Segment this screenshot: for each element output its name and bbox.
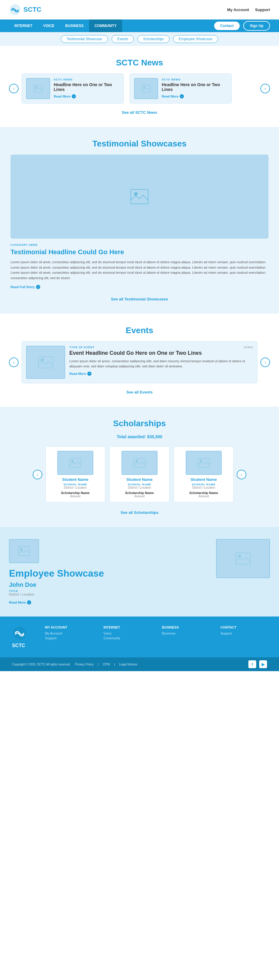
my-account-link[interactable]: My Account	[227, 8, 249, 12]
facebook-icon[interactable]: f	[248, 660, 256, 668]
scholarship-card-1: Student Name SCHOOL NAME District / Loca…	[45, 446, 105, 503]
logo-text: SCTC	[24, 6, 41, 14]
footer-link-voice[interactable]: Voice	[103, 632, 150, 635]
news-card-1: SCTC NEWS Headline Here on One or Two Li…	[22, 73, 124, 103]
see-all-scholarships-link[interactable]: See all Scholarships	[120, 510, 159, 515]
scholarship-school-1: SCHOOL NAME	[50, 483, 101, 486]
scholarship-name-1: Scholarship Name	[50, 491, 101, 495]
scholarship-image-3	[186, 451, 222, 475]
footer-link-business[interactable]: Business	[162, 632, 209, 635]
subnav-events[interactable]: Events	[112, 35, 134, 43]
footer-link-support-2[interactable]: Support	[220, 632, 267, 635]
svg-point-14	[200, 460, 202, 462]
top-header: SCTC My Account Support	[0, 0, 279, 19]
event-image	[26, 346, 65, 379]
see-all-scholarships: See all Scholarships	[9, 510, 270, 515]
footer-link-community[interactable]: Community	[103, 636, 150, 640]
youtube-icon[interactable]: ▶	[259, 660, 267, 668]
event-type: TYPE OF EVENT	[69, 346, 95, 349]
see-all-events-link[interactable]: See all Events	[126, 390, 152, 395]
testimonial-read-more[interactable]: Read Full Story ›	[11, 285, 268, 289]
footer-privacy-link[interactable]: Privacy Policy	[75, 663, 94, 666]
footer-legal-link[interactable]: Legal Notices	[119, 663, 137, 666]
svg-rect-7	[38, 356, 53, 368]
total-awarded: Total awarded: $35,500	[9, 434, 270, 439]
see-all-testimonials-link[interactable]: See all Testimonial Showcases	[111, 297, 168, 301]
scholarships-prev-arrow[interactable]: ‹	[33, 470, 42, 479]
arrow-icon-2: ›	[180, 94, 184, 99]
event-date: 6/19/23	[244, 346, 253, 349]
svg-point-6	[134, 192, 138, 196]
footer-link-support-1[interactable]: Support	[45, 636, 92, 640]
employee-showcase-section: Employee Showcase John Doe TITLE Distric…	[0, 527, 279, 617]
employee-right	[216, 539, 270, 578]
news-card-2: SCTC NEWS Headline Here on One or Two Li…	[130, 73, 231, 103]
testimonials-section: Testimonial Showcases CATEGORY HERE Test…	[0, 127, 279, 313]
footer-copyright-area: Copyright © 2025, SCTC All rights reserv…	[12, 663, 137, 666]
testimonial-image-icon	[130, 189, 149, 204]
news-next-arrow[interactable]: ›	[260, 84, 270, 93]
news-card-1-label: SCTC NEWS	[54, 78, 119, 81]
main-nav-right: Contact Sign Up	[214, 21, 270, 30]
see-all-news-link[interactable]: See all SCTC News	[122, 110, 157, 115]
scholarship-image-1	[57, 451, 93, 475]
footer-col-contact: CONTACT Support	[220, 625, 267, 636]
event-arrow-icon: ›	[87, 372, 92, 376]
sctc-logo-icon	[9, 3, 21, 16]
scholarship-school-3: SCHOOL NAME	[178, 483, 229, 486]
footer-logo: SCTC	[12, 625, 27, 648]
scholarship-image-2	[122, 451, 157, 475]
events-next-arrow[interactable]: ›	[260, 358, 270, 367]
svg-point-12	[136, 460, 138, 462]
news-card-2-read-more[interactable]: Read More ›	[162, 94, 227, 99]
scholarship-district-3: District / Location	[178, 486, 229, 489]
scholarship-name-2: Scholarship Name	[114, 491, 165, 495]
footer-cpni-link[interactable]: CPNI	[103, 663, 110, 666]
news-card-1-headline: Headline Here on One or Two Lines	[54, 82, 119, 92]
svg-rect-17	[236, 553, 250, 564]
events-card-container: TYPE OF EVENT 6/19/23 Event Headline Cou…	[22, 341, 257, 383]
events-prev-arrow[interactable]: ‹	[9, 358, 19, 367]
news-card-1-read-more[interactable]: Read More ›	[54, 94, 119, 99]
event-card-content: TYPE OF EVENT 6/19/23 Event Headline Cou…	[69, 346, 253, 376]
testimonial-arrow-icon: ›	[36, 285, 40, 289]
scholarships-carousel: ‹ Student Name SCHOOL NAME District / Lo…	[9, 446, 270, 503]
nav-internet[interactable]: Internet	[9, 19, 38, 32]
event-top-row: TYPE OF EVENT 6/19/23	[69, 346, 253, 349]
employee-main-image	[9, 539, 39, 563]
news-card-2-label: SCTC NEWS	[162, 78, 227, 81]
news-prev-arrow[interactable]: ‹	[9, 84, 19, 93]
employee-name: John Doe	[9, 581, 204, 588]
contact-button[interactable]: Contact	[214, 21, 240, 30]
scholarship-image-icon-1	[69, 458, 81, 468]
employee-read-more[interactable]: Read More ›	[9, 600, 204, 605]
image-icon-2	[142, 85, 151, 92]
scholarship-school-2: SCHOOL NAME	[114, 483, 165, 486]
employee-section-title: Employee Showcase	[9, 568, 204, 579]
subnav-scholarships[interactable]: Scholarships	[137, 35, 170, 43]
event-read-more[interactable]: Read More ›	[69, 372, 253, 376]
news-card-2-headline: Headline Here on One or Two Lines	[162, 82, 227, 92]
subnav-employee[interactable]: Employee Showcase	[173, 35, 218, 43]
footer-divider-2: |	[114, 663, 115, 666]
scholarship-amount-3: Amount	[178, 495, 229, 498]
footer-logo-text: SCTC	[12, 643, 27, 648]
nav-community[interactable]: Community	[89, 19, 122, 32]
signup-button[interactable]: Sign Up	[243, 21, 270, 30]
scholarships-next-arrow[interactable]: ›	[237, 470, 246, 479]
svg-rect-5	[131, 189, 148, 204]
footer-col-heading-3: BUSINESS	[162, 625, 209, 629]
news-card-1-content: SCTC NEWS Headline Here on One or Two Li…	[54, 78, 119, 99]
footer-link-my-account[interactable]: My Account	[45, 632, 92, 635]
support-link[interactable]: Support	[255, 8, 270, 12]
see-all-news: See all SCTC News	[9, 110, 270, 115]
nav-business[interactable]: Business	[60, 19, 89, 32]
svg-point-10	[71, 460, 74, 462]
nav-voice[interactable]: Voice	[38, 19, 60, 32]
main-nav-left: Internet Voice Business Community	[9, 19, 122, 32]
image-icon-1	[33, 85, 43, 92]
social-icons: f ▶	[248, 660, 267, 668]
events-carousel: ‹ TYPE OF EVENT 6/19/23 Event Headline C…	[9, 341, 270, 383]
subnav-testimonial[interactable]: Testimonial Showcase	[61, 35, 108, 43]
testimonial-body: Lorem ipsum dolor sit amet, consectetur …	[11, 259, 268, 281]
